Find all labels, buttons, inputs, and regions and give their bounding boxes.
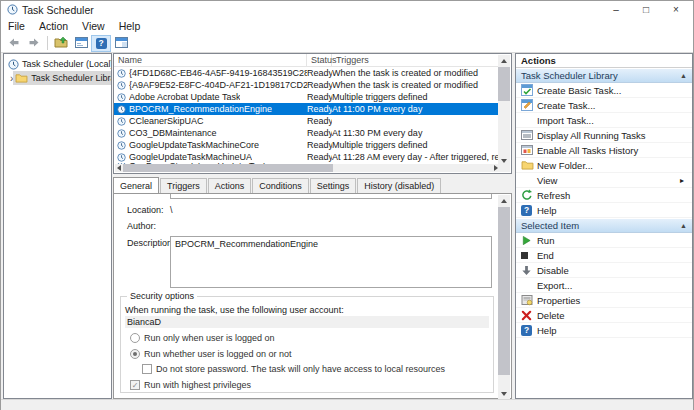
security-options-title: Security options: [127, 291, 197, 301]
tab-actions[interactable]: Actions: [208, 178, 252, 193]
toolbar-separator: [47, 36, 48, 50]
action-delete[interactable]: Delete: [516, 308, 692, 323]
account-value: BiancaD: [125, 316, 489, 328]
help-toolbar-button[interactable]: ?: [91, 35, 111, 52]
toolbar: ?: [1, 34, 693, 53]
minimize-button[interactable]: –: [601, 1, 631, 18]
task-row-selected[interactable]: BPOCRM_RecommendationEngine Ready At 11:…: [114, 103, 499, 115]
task-row[interactable]: Adobe Acrobat Update Task Ready Multiple…: [114, 91, 499, 103]
maximize-button[interactable]: □: [631, 1, 661, 18]
task-list-horizontal-scrollbar[interactable]: [115, 164, 500, 172]
scroll-down-icon[interactable]: [498, 388, 510, 399]
task-list-header: Name Status Triggers: [114, 54, 499, 67]
radio-run-whether-logged-on[interactable]: Run whether user is logged on or not: [130, 349, 292, 359]
action-end[interactable]: End: [516, 248, 692, 263]
help-icon: ?: [521, 205, 532, 216]
scrollbar-thumb[interactable]: [498, 207, 510, 375]
action-disable[interactable]: Disable: [516, 263, 692, 278]
tab-settings[interactable]: Settings: [310, 178, 357, 193]
console-tree-button[interactable]: [51, 35, 71, 52]
description-field[interactable]: BPOCRM_RecommendationEngine: [170, 236, 492, 288]
section-header-task-scheduler-library[interactable]: Task Scheduler Library ▲: [516, 68, 692, 83]
task-scheduler-clock-icon: [7, 4, 18, 15]
menu-view[interactable]: View: [75, 18, 112, 34]
task-clock-icon: [117, 81, 126, 90]
action-create-task[interactable]: Create Task...: [516, 98, 692, 113]
console-tree-panel: Task Scheduler (Local) › Task Scheduler …: [3, 53, 112, 399]
tasks-history-icon: [521, 144, 537, 156]
menu-help[interactable]: Help: [112, 18, 148, 34]
details-vertical-scrollbar[interactable]: [498, 195, 510, 399]
radio-selected-icon: [130, 349, 140, 359]
action-help-selected[interactable]: ? Help: [516, 323, 692, 338]
action-import-task[interactable]: Import Task...: [516, 113, 692, 128]
task-row[interactable]: CO3_DBMaintenance Ready At 11:30 PM ever…: [114, 127, 499, 139]
back-icon: [7, 36, 21, 51]
action-create-basic-task[interactable]: Create Basic Task...: [516, 83, 692, 98]
task-details-pane: General Triggers Actions Conditions Sett…: [113, 178, 512, 399]
task-clock-icon: [117, 153, 126, 162]
scrollbar-thumb[interactable]: [498, 67, 510, 101]
scroll-left-icon[interactable]: [115, 164, 123, 172]
action-view[interactable]: View ▸: [516, 173, 692, 188]
section-header-selected-item[interactable]: Selected Item ▲: [516, 218, 692, 233]
scroll-up-icon[interactable]: [498, 55, 510, 66]
create-basic-task-icon: [521, 84, 537, 96]
column-header-name[interactable]: Name: [114, 54, 307, 67]
action-run[interactable]: Run: [516, 233, 692, 248]
collapse-icon[interactable]: ▲: [680, 72, 687, 79]
menu-bar: File Action View Help: [1, 18, 693, 34]
tab-history-disabled: History (disabled): [357, 178, 441, 193]
checkbox-checked-icon: ✓: [130, 380, 140, 390]
task-row[interactable]: {A9AF9E52-E8FC-404D-AF21-1D19817CD206} R…: [114, 79, 499, 91]
task-rows: {4FD1D68C-EB46-4A5F-9419-16843519C285} R…: [114, 67, 499, 168]
close-button[interactable]: ×: [661, 1, 691, 18]
action-properties[interactable]: Properties: [516, 293, 692, 308]
tab-general[interactable]: General: [113, 177, 159, 193]
tree-root-label: Task Scheduler (Local): [22, 59, 111, 69]
tab-conditions[interactable]: Conditions: [252, 178, 309, 193]
column-header-triggers[interactable]: Triggers: [332, 54, 499, 67]
scrollbar-thumb[interactable]: [123, 164, 333, 172]
scroll-up-icon[interactable]: [498, 195, 510, 206]
radio-icon: [130, 333, 140, 343]
tree-item-task-scheduler-library[interactable]: › Task Scheduler Library: [4, 71, 111, 85]
collapse-icon[interactable]: ▲: [680, 222, 687, 229]
action-pane-button[interactable]: [111, 35, 131, 52]
task-row[interactable]: GoogleUpdateTaskMachineCore Ready Multip…: [114, 139, 499, 151]
scrollbar-corner: [498, 164, 510, 172]
author-label: Author:: [127, 221, 156, 231]
location-label: Location:: [127, 205, 164, 215]
back-button[interactable]: [4, 35, 24, 52]
details-tabs: General Triggers Actions Conditions Sett…: [113, 178, 442, 193]
task-row[interactable]: {4FD1D68C-EB46-4A5F-9419-16843519C285} R…: [114, 67, 499, 79]
help-icon: ?: [521, 325, 532, 336]
create-task-icon: [521, 99, 537, 111]
radio-run-only-logged-on[interactable]: Run only when user is logged on: [130, 333, 275, 343]
action-new-folder[interactable]: New Folder...: [516, 158, 692, 173]
task-row[interactable]: GoogleUpdateTaskMachineUA Ready At 11:28…: [114, 151, 499, 163]
show-hide-console-button[interactable]: [71, 35, 91, 52]
forward-button[interactable]: [24, 35, 44, 52]
action-display-all-running-tasks[interactable]: Display All Running Tasks: [516, 128, 692, 143]
action-export[interactable]: Export...: [516, 278, 692, 293]
column-header-status[interactable]: Status: [307, 54, 332, 67]
action-help[interactable]: ? Help: [516, 203, 692, 218]
disable-icon: [521, 265, 537, 276]
task-row[interactable]: CCleanerSkipUAC Ready: [114, 115, 499, 127]
menu-action[interactable]: Action: [32, 18, 75, 34]
description-label: Description:: [127, 238, 175, 248]
center-column: Name Status Triggers {4FD1D68C-EB46-4A5F…: [113, 53, 512, 399]
checkbox-do-not-store-password[interactable]: Do not store password. The task will onl…: [142, 364, 445, 374]
menu-file[interactable]: File: [1, 18, 32, 34]
action-refresh[interactable]: Refresh: [516, 188, 692, 203]
action-enable-all-tasks-history[interactable]: Enable All Tasks History: [516, 143, 692, 158]
checkbox-run-highest-privileges[interactable]: ✓ Run with highest privileges: [130, 380, 251, 390]
tree-item-task-scheduler-local[interactable]: Task Scheduler (Local): [4, 57, 111, 71]
task-list-vertical-scrollbar[interactable]: [498, 55, 510, 166]
window-icon: [75, 37, 88, 50]
console-tree-icon: [54, 36, 68, 50]
tab-triggers[interactable]: Triggers: [160, 178, 207, 193]
task-clock-icon: [117, 69, 126, 78]
account-caption: When running the task, use the following…: [125, 305, 344, 315]
